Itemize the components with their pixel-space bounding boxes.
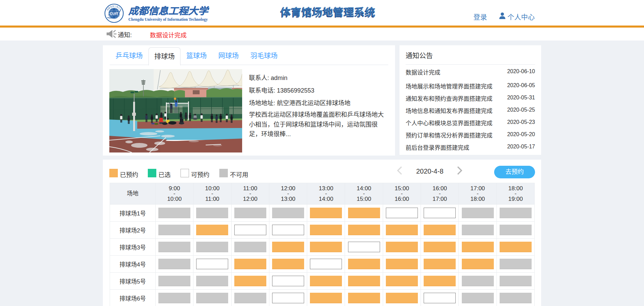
svg-text:CUIT: CUIT (110, 12, 119, 16)
svg-text:Chengdu University of Informat: Chengdu University of Information Techno… (128, 17, 208, 22)
svg-text:成都信息工程大学: 成都信息工程大学 (128, 6, 209, 16)
